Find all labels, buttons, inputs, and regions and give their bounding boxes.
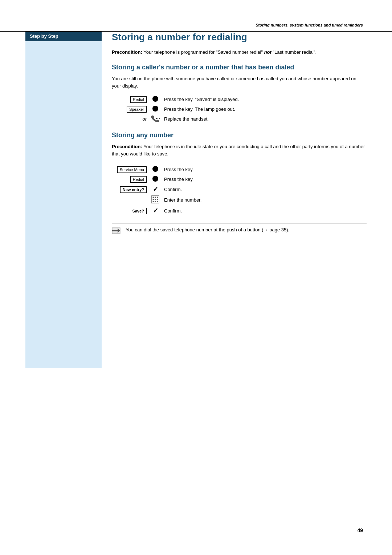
circle-bullet-icon bbox=[152, 105, 159, 112]
precondition-bold: not bbox=[264, 49, 271, 55]
svg-rect-9 bbox=[155, 199, 156, 200]
desc-cell: Press the key. The lamp goes out. bbox=[163, 104, 367, 114]
key-label-redial2: Redial bbox=[130, 176, 147, 183]
key-cell: Service Menu bbox=[112, 165, 148, 174]
page-container: Storing numbers, system functions and ti… bbox=[0, 0, 392, 555]
key-label-service-menu: Service Menu bbox=[117, 166, 147, 173]
table-row: Enter the number. bbox=[112, 194, 367, 206]
precondition-block: Precondition: Your telephone is programm… bbox=[112, 49, 367, 56]
checkmark-icon: ✓ bbox=[153, 207, 158, 214]
key-cell bbox=[112, 194, 148, 206]
svg-rect-5 bbox=[153, 197, 154, 198]
note-box: You can dial the saved telephone number … bbox=[112, 223, 367, 236]
svg-rect-12 bbox=[155, 201, 156, 202]
svg-rect-8 bbox=[153, 199, 154, 200]
handset-icon bbox=[150, 115, 160, 122]
desc-cell: Confirm. bbox=[163, 184, 367, 194]
desc-cell: Press the key. bbox=[163, 165, 367, 174]
svg-rect-10 bbox=[157, 199, 158, 200]
key-label-new-entry: New entry? bbox=[120, 186, 147, 193]
section1-steps: Redial Press the key. "Saved" is display… bbox=[112, 94, 367, 124]
icon-cell bbox=[148, 165, 163, 174]
icon-cell bbox=[148, 194, 163, 206]
table-row: Redial Press the key. bbox=[112, 174, 367, 184]
circle-bullet-icon bbox=[152, 175, 159, 182]
svg-rect-7 bbox=[157, 197, 158, 198]
left-panel: Step by Step bbox=[25, 32, 102, 368]
info-arrow-icon bbox=[112, 226, 122, 235]
icon-cell: ✓ bbox=[148, 206, 163, 216]
section2-precondition: Precondition: Your telephone is in the i… bbox=[112, 143, 367, 157]
svg-point-1 bbox=[152, 106, 158, 112]
section2-precondition-text: Your telephone is in the idle state or y… bbox=[112, 144, 365, 157]
key-cell: Save? bbox=[112, 206, 148, 216]
icon-cell: ✓ bbox=[148, 184, 163, 194]
precondition-text: Your telephone is programmed for "Saved … bbox=[143, 49, 264, 55]
table-row: Speaker Press the key. The lamp goes out… bbox=[112, 104, 367, 114]
sidebar-background bbox=[25, 41, 102, 368]
right-panel: Storing a number for redialing Precondit… bbox=[102, 32, 367, 368]
page-number: 49 bbox=[357, 527, 363, 533]
section1-subtitle: Storing a caller's number or a number th… bbox=[112, 63, 367, 72]
icon-cell bbox=[148, 94, 163, 104]
precondition-text2: "Last number redial". bbox=[271, 49, 317, 55]
main-title: Storing a number for redialing bbox=[112, 32, 367, 43]
circle-bullet-icon bbox=[152, 96, 159, 102]
header-text: Storing numbers, system functions and ti… bbox=[256, 23, 363, 27]
step-by-step-header: Step by Step bbox=[25, 32, 102, 41]
icon-cell bbox=[148, 114, 163, 124]
note-text: You can dial the saved telephone number … bbox=[126, 226, 289, 234]
icon-cell bbox=[148, 174, 163, 184]
key-cell: or bbox=[112, 114, 148, 124]
desc-cell: Press the key. bbox=[163, 174, 367, 184]
section2-subtitle: Storing any number bbox=[112, 131, 367, 139]
keypad-icon bbox=[151, 195, 159, 203]
key-cell: Redial bbox=[112, 94, 148, 104]
table-row: Service Menu Press the key. bbox=[112, 165, 367, 174]
svg-rect-6 bbox=[155, 197, 156, 198]
table-row: or Replace the handset. bbox=[112, 114, 367, 124]
table-row: Save? ✓ Confirm. bbox=[112, 206, 367, 216]
svg-point-4 bbox=[152, 176, 158, 182]
key-label-redial: Redial bbox=[130, 96, 147, 103]
precondition-label: Precondition: bbox=[112, 49, 142, 55]
section2-steps: Service Menu Press the key. Redial bbox=[112, 165, 367, 216]
key-cell: Redial bbox=[112, 174, 148, 184]
desc-cell: Enter the number. bbox=[163, 194, 367, 206]
section2-precondition-label: Precondition: bbox=[112, 144, 142, 149]
circle-bullet-icon bbox=[152, 166, 159, 172]
checkmark-icon: ✓ bbox=[153, 186, 158, 193]
content-wrapper: Step by Step Storing a number for redial… bbox=[0, 32, 392, 390]
svg-point-3 bbox=[152, 166, 158, 172]
svg-rect-11 bbox=[153, 201, 154, 202]
key-cell: Speaker bbox=[112, 104, 148, 114]
arrow-note-icon bbox=[112, 226, 123, 236]
table-row: New entry? ✓ Confirm. bbox=[112, 184, 367, 194]
svg-point-0 bbox=[152, 96, 158, 102]
section1-description: You are still on the phone with someone … bbox=[112, 75, 367, 89]
icon-cell bbox=[148, 104, 163, 114]
page-header: Storing numbers, system functions and ti… bbox=[0, 0, 392, 32]
desc-cell: Press the key. "Saved" is displayed. bbox=[163, 94, 367, 104]
or-text: or bbox=[142, 116, 147, 122]
key-cell: New entry? bbox=[112, 184, 148, 194]
key-label-speaker: Speaker bbox=[127, 106, 147, 113]
key-label-save: Save? bbox=[130, 208, 147, 214]
svg-rect-13 bbox=[157, 201, 158, 202]
table-row: Redial Press the key. "Saved" is display… bbox=[112, 94, 367, 104]
desc-cell: Replace the handset. bbox=[163, 114, 367, 124]
desc-cell: Confirm. bbox=[163, 206, 367, 216]
